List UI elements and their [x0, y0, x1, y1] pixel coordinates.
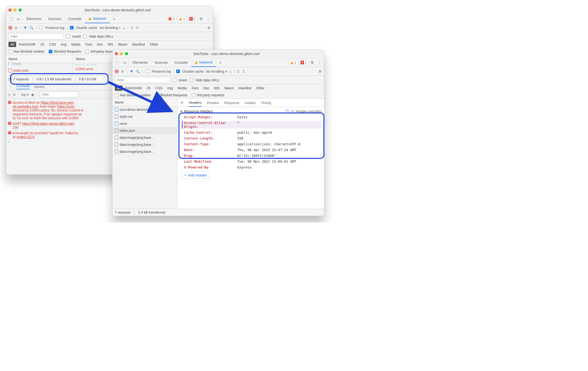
kebab-icon[interactable]: ⋮: [316, 60, 323, 65]
disclosure-icon[interactable]: ▼: [180, 110, 183, 113]
invert-checkbox[interactable]: [173, 78, 176, 82]
type-manifest[interactable]: Manifest: [237, 86, 253, 91]
list-item[interactable]: none: [112, 120, 177, 127]
more-tabs[interactable]: »: [216, 58, 225, 67]
list-item[interactable]: data:image/png;base…: [112, 141, 177, 148]
close-icon[interactable]: [9, 9, 11, 11]
type-css[interactable]: CSS: [153, 86, 164, 91]
minimize-icon[interactable]: [120, 52, 123, 55]
tab-console[interactable]: Console: [171, 58, 191, 67]
hide-data-checkbox[interactable]: [189, 78, 193, 82]
warning-badge[interactable]: 1: [288, 60, 298, 65]
type-font[interactable]: Font: [190, 86, 200, 91]
type-fetch[interactable]: Fetch/XHR: [124, 86, 144, 91]
disable-cache-checkbox[interactable]: [176, 69, 180, 73]
tab-network[interactable]: Network: [85, 14, 110, 23]
type-js[interactable]: JS: [38, 42, 46, 47]
type-font[interactable]: Font: [84, 42, 94, 47]
kebab-icon[interactable]: ⋮: [9, 85, 12, 89]
download-icon[interactable]: ↧: [136, 26, 139, 30]
wifi-icon[interactable]: ⏚: [229, 69, 231, 73]
filter-input[interactable]: [9, 33, 64, 39]
type-ws[interactable]: WS: [106, 42, 115, 47]
header-overrides-link[interactable]: Header overrides: [296, 109, 322, 113]
third-party-checkbox[interactable]: [85, 50, 89, 53]
record-icon[interactable]: [9, 26, 12, 30]
type-other[interactable]: Other: [254, 86, 266, 91]
close-icon[interactable]: ✕: [180, 100, 184, 105]
error-badge[interactable]: ✕3: [167, 16, 176, 21]
tab-timing[interactable]: Timing: [261, 101, 271, 105]
clear-icon[interactable]: ⊘: [15, 26, 18, 30]
tab-console[interactable]: Console: [65, 14, 85, 23]
gear-icon[interactable]: ⚙: [319, 69, 322, 73]
preserve-log-checkbox[interactable]: [39, 26, 43, 29]
col-name-header[interactable]: Name: [6, 55, 73, 63]
type-css[interactable]: CSS: [47, 42, 58, 47]
maximize-icon[interactable]: [125, 52, 128, 55]
list-item[interactable]: cors-demo-devtools.glitch.me: [112, 106, 177, 113]
type-other[interactable]: Other: [148, 42, 160, 47]
more-tabs[interactable]: »: [110, 14, 118, 23]
type-doc[interactable]: Doc: [201, 86, 211, 91]
type-media[interactable]: Media: [69, 42, 83, 47]
device-icon[interactable]: ▭: [15, 17, 22, 21]
type-doc[interactable]: Doc: [95, 42, 105, 47]
col-name-header[interactable]: Name: [112, 99, 177, 106]
help-icon[interactable]: ?: [285, 109, 289, 113]
filter-icon[interactable]: ▼: [130, 69, 134, 74]
kebab-icon[interactable]: ⋮: [205, 17, 211, 21]
warning-badge[interactable]: 1: [177, 16, 187, 21]
tab-headers[interactable]: Headers: [189, 99, 202, 107]
upload-icon[interactable]: ↥: [130, 26, 133, 30]
type-img[interactable]: Img: [165, 86, 175, 91]
inspect-icon[interactable]: ⬚: [8, 17, 15, 21]
tab-initiator[interactable]: Initiator: [245, 101, 256, 105]
device-icon[interactable]: ▭: [121, 60, 128, 65]
live-expr-icon[interactable]: ◉: [31, 93, 34, 97]
filter-input[interactable]: [115, 77, 170, 83]
gear-icon[interactable]: ⚙: [197, 17, 205, 21]
console-filter-input[interactable]: [40, 91, 78, 98]
search-icon[interactable]: 🔍: [136, 69, 140, 73]
clear-icon[interactable]: ⊘: [13, 93, 16, 97]
blocked-requests-checkbox[interactable]: [155, 93, 159, 97]
filter-icon[interactable]: ▼: [23, 26, 27, 30]
record-icon[interactable]: [115, 69, 119, 73]
tab-sources[interactable]: Sources: [45, 14, 65, 23]
blocked-requests-checkbox[interactable]: [49, 50, 52, 53]
invert-checkbox[interactable]: [66, 34, 70, 38]
third-party-checkbox[interactable]: [192, 93, 195, 97]
tab-issues[interactable]: Issues: [34, 85, 44, 88]
search-icon[interactable]: 🔍: [29, 26, 33, 30]
sidebar-icon[interactable]: ▯: [9, 93, 10, 97]
maximize-icon[interactable]: [19, 9, 22, 11]
type-wasm[interactable]: Wasm: [116, 42, 129, 47]
gear-icon[interactable]: ⚙: [308, 60, 316, 65]
preserve-log-checkbox[interactable]: [146, 69, 149, 73]
close-icon[interactable]: [115, 52, 118, 55]
gear-icon[interactable]: ⚙: [207, 26, 210, 30]
blocked-cookies-checkbox[interactable]: [9, 50, 12, 53]
hide-data-checkbox[interactable]: [83, 34, 87, 38]
disable-cache-checkbox[interactable]: [70, 26, 74, 29]
list-item[interactable]: todos.json: [112, 127, 177, 134]
type-all[interactable]: All: [115, 86, 123, 91]
minimize-icon[interactable]: [13, 9, 17, 11]
type-img[interactable]: Img: [59, 42, 68, 47]
blocked-cookies-checkbox[interactable]: [115, 93, 118, 97]
tab-preview[interactable]: Preview: [207, 101, 219, 105]
type-wasm[interactable]: Wasm: [222, 86, 236, 91]
tab-elements[interactable]: Elements: [129, 58, 151, 67]
clear-icon[interactable]: ⊘: [121, 69, 124, 73]
tab-elements[interactable]: Elements: [23, 14, 45, 23]
list-item[interactable]: style.css: [112, 113, 177, 120]
context-select[interactable]: top ▾: [21, 93, 29, 97]
type-all[interactable]: All: [9, 42, 16, 47]
tab-network[interactable]: Network: [191, 58, 216, 67]
download-icon[interactable]: ↧: [242, 69, 245, 73]
throttling-select[interactable]: No throttling▾: [100, 26, 120, 30]
type-js[interactable]: JS: [145, 86, 152, 91]
type-fetch[interactable]: Fetch/XHR: [17, 42, 37, 47]
type-ws[interactable]: WS: [212, 86, 222, 91]
